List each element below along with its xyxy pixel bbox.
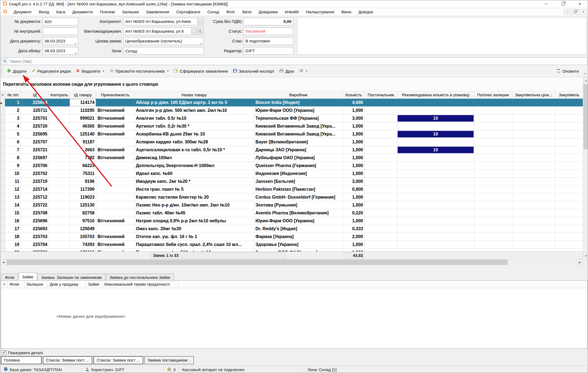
restore-button[interactable] xyxy=(555,0,571,8)
header-origin[interactable]: Приналежність xyxy=(96,91,135,99)
window-tab-button[interactable]: Список: Заявки пост ... xyxy=(43,356,92,364)
form-order-button[interactable]: Сформувати замовлення xyxy=(171,67,230,75)
column-chooser-icon[interactable]: ≡ xyxy=(1,280,8,288)
detail-tab[interactable]: Зайве xyxy=(19,273,37,280)
mdi-close-button[interactable]: × xyxy=(580,9,587,15)
menu-item[interactable]: Довідники xyxy=(255,8,281,15)
zone-input[interactable] xyxy=(123,47,204,55)
table-row[interactable]: ▶ 20 225700 135110 Вітчизняний Пирацетам… xyxy=(0,249,583,251)
menu-item[interactable]: Платежі xyxy=(96,8,118,15)
menu-item[interactable]: Звіти xyxy=(238,8,255,15)
menu-item[interactable]: Документ xyxy=(10,8,35,15)
consignee-clear-button[interactable]: X xyxy=(197,29,203,34)
detail-header-days[interactable]: Днів у продажу xyxy=(48,280,86,288)
search-input[interactable] xyxy=(8,58,587,64)
chevron-down-icon[interactable]: ▼ xyxy=(74,50,77,55)
scroll-up-icon[interactable]: ▲ xyxy=(583,78,588,84)
consignee-browse-button[interactable]: ... xyxy=(191,29,197,34)
toolbar-overflow-icon[interactable]: ▼ xyxy=(584,73,586,77)
price-condition-select[interactable]: Ценообразование (госпиталь)▼ xyxy=(123,37,204,45)
menu-item[interactable]: Замовлення xyxy=(142,8,173,15)
horizontal-scrollbar[interactable]: ◀ ▶ xyxy=(0,259,583,265)
table-row[interactable]: ▶ 2 225711 110295 Вітчизняний Аналгин р-… xyxy=(0,107,583,115)
scroll-right-icon[interactable]: ▶ xyxy=(577,259,583,265)
header-purchase-2[interactable]: Закупівель xyxy=(555,91,583,99)
doc-no-input[interactable] xyxy=(43,18,78,25)
header-supplier[interactable]: Постачальник xyxy=(365,91,397,99)
chevron-down-icon[interactable]: ▼ xyxy=(74,40,77,45)
menu-item[interactable]: Сертифікати xyxy=(173,8,204,15)
menu-item[interactable]: Вихід xyxy=(35,8,53,15)
chevron-down-icon[interactable]: ▼ xyxy=(200,40,202,45)
header-product-name[interactable]: Назва товару xyxy=(135,91,254,99)
table-row[interactable]: ▶ 17 225693 125049 Омез капс. 20мг №30 D… xyxy=(0,225,583,233)
assign-suppliers-button[interactable]: Присвоїти постачальників▼ xyxy=(107,67,172,75)
refresh-button[interactable]: Оновити xyxy=(554,67,581,76)
table-row[interactable]: ▶ 18 225703 105703 Вітчизняний Ототон ка… xyxy=(0,233,583,241)
vertical-scrollbar[interactable]: ▲ ▼ xyxy=(583,78,588,259)
table-row[interactable]: ▶ 7 225721 2663 Вітчизняний Ацетилсалици… xyxy=(0,146,583,154)
table-row[interactable]: ▶ 19 225704 74393 Вітчизняний Парацетамо… xyxy=(0,241,583,249)
header-npp[interactable]: № п/п xyxy=(5,91,21,99)
header-manufacturer[interactable]: Виробник xyxy=(254,91,343,99)
counterparty-browse-button[interactable]: ... xyxy=(197,19,203,24)
detail-tab[interactable]: Заявка. Залишки по замінникам xyxy=(38,274,105,280)
scroll-left-icon[interactable]: ◀ xyxy=(0,259,6,265)
table-row[interactable]: ▶ 15 225708 82758 Лазикс табл. 40мг №45 … xyxy=(0,209,583,217)
detail-header-stock[interactable]: Залишок xyxy=(25,280,48,288)
export-button[interactable]: Загальний експорт xyxy=(230,67,277,75)
table-row[interactable]: ▶ 9 225706 66223 Доппельгерц Энерготоник… xyxy=(0,162,583,170)
detail-header-excess[interactable]: Зайве xyxy=(86,280,102,288)
close-button[interactable]: × xyxy=(571,0,588,8)
dropdown-arrow-icon[interactable]: ▼ xyxy=(102,70,105,72)
table-row[interactable]: ▶ 3 225701 999021 Вітчизняний Аналгин та… xyxy=(0,115,583,122)
table-row[interactable]: ▶ 10 225702 75311 Идеал капс. №60 Индоне… xyxy=(0,170,583,178)
doc-date-input[interactable]: 08.03.2023▼ xyxy=(43,37,78,45)
table-row[interactable]: ▶ 6 225707 91187 Аспирин кардио табл. 30… xyxy=(0,138,583,146)
consignee-input[interactable]: Апт №003 пгт.Барышевка, ул.К ... X xyxy=(123,27,204,35)
table-row[interactable]: ▶ 14 225722 125130 Лазикс Нео р-р д/ин. … xyxy=(0,201,583,209)
header-id[interactable]: ІД xyxy=(21,91,49,99)
dropdown-arrow-icon[interactable]: ▼ xyxy=(306,70,308,72)
table-row[interactable]: ▶ 5 225695 125140 Вітчизняний Аскорбинка… xyxy=(0,130,583,138)
menu-item[interactable]: Каса xyxy=(53,8,69,15)
detail-header-filia[interactable]: Філія xyxy=(8,280,25,288)
detail-tab[interactable]: Заявка до постачальника Зайве xyxy=(106,274,174,280)
horizontal-scroll-thumb[interactable] xyxy=(7,260,508,265)
menu-item[interactable]: eHealth xyxy=(281,8,303,15)
header-control[interactable]: Контроль xyxy=(49,91,70,99)
acc-date-input[interactable]: 08.03.2023▼ xyxy=(43,47,78,55)
header-recommended-qty[interactable]: Рекомендована кількість в упаковці xyxy=(397,91,474,99)
menu-item[interactable]: Склад xyxy=(204,8,223,15)
print-button[interactable]: Друк xyxy=(277,67,296,75)
window-tab-button[interactable]: Список: Заявки пост ... xyxy=(93,356,143,364)
menu-item[interactable]: Залишки xyxy=(118,8,142,15)
column-chooser-icon[interactable]: ≡ xyxy=(0,91,5,99)
dropdown-arrow-icon[interactable]: ▼ xyxy=(167,70,169,72)
show-details-checkbox[interactable] xyxy=(2,350,7,355)
notes-memo[interactable] xyxy=(297,17,587,55)
header-quantity[interactable]: Кількість xyxy=(343,91,365,99)
menu-item[interactable]: Вікна xyxy=(338,8,355,15)
table-row[interactable]: ▶ 11 225719 9196 Имодиум капс. 2мг №20 *… xyxy=(0,178,583,186)
header-purchase-price[interactable]: Закупівельна ціна△ xyxy=(512,91,555,99)
vertical-scroll-thumb[interactable] xyxy=(583,84,588,149)
menu-item[interactable]: Філії xyxy=(223,8,238,15)
delete-button[interactable]: Видалити▼ xyxy=(73,67,107,75)
detail-header-max-expiry[interactable]: Максимальний термін придатності xyxy=(102,280,179,288)
menu-item[interactable]: Довідка xyxy=(355,8,377,15)
minimize-button[interactable] xyxy=(538,0,555,8)
mdi-restore-button[interactable] xyxy=(572,9,579,15)
header-product-id[interactable]: ІД товару xyxy=(70,91,96,99)
window-tab-button[interactable]: Заявка поставщикам .. xyxy=(144,356,194,364)
menu-item[interactable]: Налаштування xyxy=(303,8,338,15)
table-row[interactable]: ▶ 13 225712 119023 Карвелис пастилки бли… xyxy=(0,193,583,201)
window-tab-button[interactable]: Головна xyxy=(1,356,42,364)
table-row[interactable]: ▶ 4 225720 46365 Вітчизняний Артихол таб… xyxy=(0,122,583,130)
header-current-stock[interactable]: Поточні залишки xyxy=(474,91,512,99)
group-by-band[interactable]: Перетягніть заголовок колонки сюди для у… xyxy=(0,78,583,91)
counterparty-input[interactable]: Апт №003 пгт.Барышевка, ул.Киев ... xyxy=(123,18,204,25)
list-view-button[interactable]: ▼ xyxy=(297,67,310,75)
internal-no-input[interactable] xyxy=(43,27,78,35)
add-button[interactable]: Додати xyxy=(4,67,29,75)
